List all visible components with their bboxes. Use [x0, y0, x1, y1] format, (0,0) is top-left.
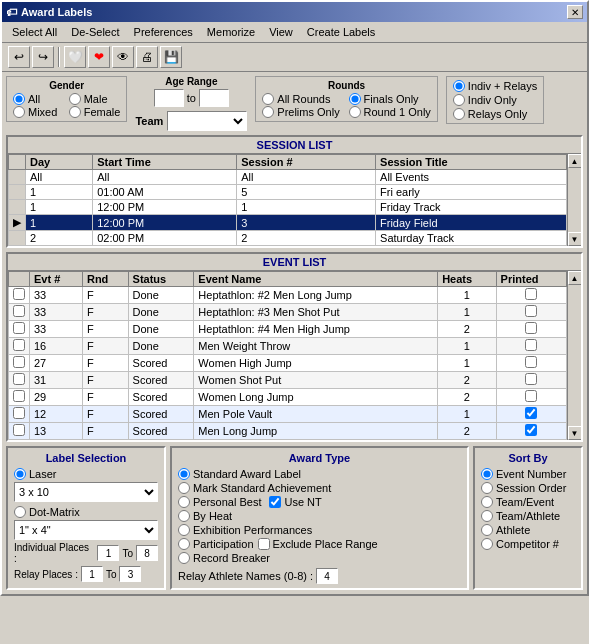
award-exhibition-radio[interactable] [178, 524, 190, 536]
event-scroll-down[interactable]: ▼ [568, 426, 582, 440]
age-to-input[interactable] [199, 89, 229, 107]
event-checkbox[interactable] [13, 356, 25, 368]
event-scroll-up[interactable]: ▲ [568, 271, 582, 285]
scroll-down-arrow[interactable]: ▼ [568, 232, 582, 246]
rounds-all-radio[interactable] [262, 93, 274, 105]
relay-to-input[interactable] [119, 566, 141, 582]
award-participation-radio[interactable] [178, 538, 190, 550]
sort-athlete-radio[interactable] [481, 524, 493, 536]
event-checkbox[interactable] [13, 288, 25, 300]
gender-male-radio[interactable] [69, 93, 81, 105]
table-row-selected[interactable]: ▶ 1 12:00 PM 3 Friday Field [9, 215, 567, 231]
close-button[interactable]: ✕ [567, 5, 583, 19]
menu-create-labels[interactable]: Create Labels [301, 24, 382, 40]
scroll-up-arrow[interactable]: ▲ [568, 154, 582, 168]
undo-button[interactable]: ↩ [8, 46, 30, 68]
relay-athlete-input[interactable] [316, 568, 338, 584]
menu-preferences[interactable]: Preferences [128, 24, 199, 40]
award-mark-standard-radio[interactable] [178, 482, 190, 494]
menu-memorize[interactable]: Memorize [201, 24, 261, 40]
relay-from-input[interactable] [81, 566, 103, 582]
individual-from-input[interactable] [97, 545, 119, 561]
dot-matrix-radio[interactable] [14, 506, 26, 518]
event-checkbox[interactable] [13, 424, 25, 436]
team-select[interactable] [167, 111, 247, 131]
relays-only-radio[interactable] [453, 108, 465, 120]
laser-select[interactable]: 3 x 10 [14, 482, 158, 502]
print-button[interactable]: 🖨 [136, 46, 158, 68]
event-printed-checkbox[interactable] [525, 339, 537, 351]
heart-outline-button[interactable]: 🤍 [64, 46, 86, 68]
sort-competitor-radio[interactable] [481, 538, 493, 550]
table-row[interactable]: 27 F Scored Women High Jump 1 [9, 355, 567, 372]
sort-session-order-radio[interactable] [481, 482, 493, 494]
laser-radio[interactable] [14, 468, 26, 480]
save-button[interactable]: 💾 [160, 46, 182, 68]
sort-team-athlete-radio[interactable] [481, 510, 493, 522]
event-printed-cell[interactable] [496, 287, 566, 304]
event-printed-checkbox[interactable] [525, 390, 537, 402]
table-row[interactable]: 1 12:00 PM 1 Friday Track [9, 200, 567, 215]
table-row[interactable]: 12 F Scored Men Pole Vault 1 [9, 406, 567, 423]
menu-view[interactable]: View [263, 24, 299, 40]
award-standard-radio[interactable] [178, 468, 190, 480]
rounds-round1-radio[interactable] [349, 106, 361, 118]
table-row[interactable]: 1 01:00 AM 5 Fri early [9, 185, 567, 200]
event-checkbox[interactable] [13, 407, 25, 419]
event-printed-checkbox[interactable] [525, 373, 537, 385]
event-check-cell[interactable] [9, 372, 30, 389]
event-printed-cell[interactable] [496, 355, 566, 372]
event-checkbox[interactable] [13, 390, 25, 402]
table-row[interactable]: All All All All Events [9, 170, 567, 185]
rounds-prelims-radio[interactable] [262, 106, 274, 118]
session-scrollbar[interactable]: ▲ ▼ [567, 154, 581, 246]
event-checkbox[interactable] [13, 339, 25, 351]
event-scrollbar[interactable]: ▲ ▼ [567, 271, 581, 440]
redo-button[interactable]: ↪ [32, 46, 54, 68]
dot-matrix-select[interactable]: 1" x 4" [14, 520, 158, 540]
gender-mixed-radio[interactable] [13, 106, 25, 118]
table-row[interactable]: 2 02:00 PM 2 Saturday Track [9, 231, 567, 246]
event-check-cell[interactable] [9, 423, 30, 440]
individual-to-input[interactable] [136, 545, 158, 561]
event-printed-checkbox[interactable] [525, 322, 537, 334]
indiv-relays-radio[interactable] [453, 80, 465, 92]
table-row[interactable]: 16 F Done Men Weight Throw 1 [9, 338, 567, 355]
event-checkbox[interactable] [13, 305, 25, 317]
event-printed-cell[interactable] [496, 338, 566, 355]
event-check-cell[interactable] [9, 389, 30, 406]
award-personal-radio[interactable] [178, 496, 190, 508]
event-printed-checkbox[interactable] [525, 288, 537, 300]
event-printed-checkbox[interactable] [525, 407, 537, 419]
event-printed-checkbox[interactable] [525, 305, 537, 317]
age-from-input[interactable] [154, 89, 184, 107]
event-printed-cell[interactable] [496, 423, 566, 440]
event-printed-checkbox[interactable] [525, 356, 537, 368]
award-by-heat-radio[interactable] [178, 510, 190, 522]
heart-filled-button[interactable]: ❤ [88, 46, 110, 68]
event-check-cell[interactable] [9, 304, 30, 321]
sort-team-event-radio[interactable] [481, 496, 493, 508]
sort-event-number-radio[interactable] [481, 468, 493, 480]
table-row[interactable]: 31 F Scored Women Shot Put 2 [9, 372, 567, 389]
event-check-cell[interactable] [9, 406, 30, 423]
award-record-radio[interactable] [178, 552, 190, 564]
event-check-cell[interactable] [9, 287, 30, 304]
use-nt-checkbox[interactable] [269, 496, 281, 508]
table-row[interactable]: 33 F Done Heptathlon: #2 Men Long Jump 1 [9, 287, 567, 304]
event-printed-cell[interactable] [496, 304, 566, 321]
event-check-cell[interactable] [9, 321, 30, 338]
gender-all-radio[interactable] [13, 93, 25, 105]
event-checkbox[interactable] [13, 322, 25, 334]
event-check-cell[interactable] [9, 355, 30, 372]
exclude-place-checkbox[interactable] [258, 538, 270, 550]
gender-female-radio[interactable] [69, 106, 81, 118]
event-printed-cell[interactable] [496, 406, 566, 423]
table-row[interactable]: 13 F Scored Men Long Jump 2 [9, 423, 567, 440]
event-check-cell[interactable] [9, 338, 30, 355]
eye-button[interactable]: 👁 [112, 46, 134, 68]
menu-de-select[interactable]: De-Select [65, 24, 125, 40]
rounds-finals-radio[interactable] [349, 93, 361, 105]
event-printed-cell[interactable] [496, 389, 566, 406]
event-printed-cell[interactable] [496, 372, 566, 389]
